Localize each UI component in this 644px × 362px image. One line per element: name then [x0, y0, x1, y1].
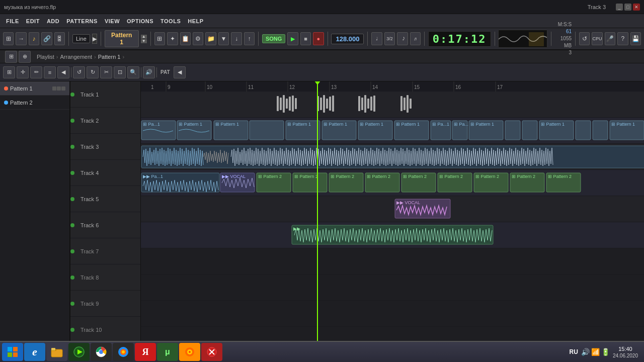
track-row-1[interactable]: [141, 92, 644, 118]
mic-btn[interactable]: 🎤: [605, 32, 615, 45]
pattern-down[interactable]: ▼: [141, 39, 147, 43]
chrome-button[interactable]: [91, 343, 112, 361]
utorrent-button[interactable]: μ: [157, 343, 178, 361]
sep9: [551, 32, 551, 46]
explorer-button[interactable]: [46, 343, 67, 361]
record-btn[interactable]: ●: [313, 32, 324, 45]
st-grid[interactable]: ⊞: [3, 66, 15, 78]
track-green-dot-6: [70, 223, 74, 227]
st-sel[interactable]: ⊡: [114, 66, 126, 78]
wmp-button[interactable]: [68, 343, 90, 361]
mixer-btn[interactable]: 🎛: [54, 32, 65, 45]
start-button[interactable]: [2, 343, 23, 361]
st-list[interactable]: ≡: [44, 66, 56, 78]
menu-tools[interactable]: TOOLS: [157, 17, 184, 25]
cpu-btn[interactable]: CPU: [592, 32, 602, 45]
track-row-9[interactable]: [141, 301, 644, 327]
menu-edit[interactable]: EDIT: [23, 17, 43, 25]
svg-rect-43: [410, 99, 412, 109]
pattern-nav[interactable]: ▲ ▼: [141, 35, 147, 43]
tool1[interactable]: ⊞: [154, 32, 165, 45]
st-redo[interactable]: ↻: [87, 66, 99, 78]
plugin-btn[interactable]: 🔗: [41, 32, 52, 45]
menu-add[interactable]: ADD: [44, 17, 62, 25]
st-vol[interactable]: 🔊: [143, 66, 155, 78]
project-title: музыка из ничего.flp: [4, 4, 588, 10]
breadcrumb-arrangement[interactable]: Arrangement: [60, 54, 93, 60]
track-row-2[interactable]: ⊞ Pa...1 ⊞ Pattern 1 ⊞ Pattern 1 ⊞ Patte…: [141, 118, 644, 144]
tool4[interactable]: ⚙: [193, 32, 203, 45]
st-move[interactable]: ✛: [17, 66, 29, 78]
track-row-3[interactable]: [141, 144, 644, 170]
breadcrumb-playlist[interactable]: Playlist: [37, 54, 54, 60]
svg-text:16: 16: [455, 84, 461, 90]
bc-icon2[interactable]: ⊕: [19, 51, 31, 63]
svg-rect-24: [286, 99, 288, 109]
st-zoom[interactable]: 🔍: [127, 66, 139, 78]
st-cut[interactable]: ✂: [100, 66, 112, 78]
st-nav-left[interactable]: ◀: [174, 66, 186, 78]
yandex-button[interactable]: Я: [135, 343, 156, 361]
pattern-name-2: Pattern 2: [10, 100, 65, 106]
mode-arrow[interactable]: ▶: [92, 34, 97, 44]
track-row-10[interactable]: [141, 327, 644, 341]
piano-btn[interactable]: ♪: [29, 32, 39, 45]
close-btn[interactable]: ✕: [633, 4, 640, 11]
note-btn3[interactable]: 𝅘𝅥𝅯: [397, 32, 408, 45]
p-ctrl1[interactable]: [52, 86, 56, 90]
track-row-4[interactable]: ▶▶ Pa...1 ▶▶ VOCAL: [141, 170, 644, 196]
minimize-btn[interactable]: _: [616, 4, 623, 11]
forward-btn[interactable]: →: [16, 32, 26, 45]
tool2[interactable]: ✦: [167, 32, 178, 45]
track-row-6[interactable]: ▶▶: [141, 222, 644, 248]
tool3[interactable]: 📋: [180, 32, 191, 45]
track-label-3: Track 3: [80, 144, 99, 150]
song-btn[interactable]: SONG: [262, 34, 285, 43]
note-btn2[interactable]: 3/2: [384, 32, 395, 45]
stop-btn[interactable]: ■: [300, 32, 311, 45]
pattern-selector[interactable]: Pattern 1: [105, 30, 139, 47]
st-undo[interactable]: ↺: [73, 66, 85, 78]
timeline-area[interactable]: 1 9 10 11 12 13 14 15: [141, 81, 644, 341]
menu-options[interactable]: OPTIONS: [124, 17, 156, 25]
p-ctrl3[interactable]: [61, 86, 65, 90]
note-btn1[interactable]: ♩: [371, 32, 382, 45]
breadcrumb-pattern1[interactable]: Pattern 1: [98, 54, 121, 60]
maximize-btn[interactable]: □: [624, 4, 631, 11]
track-row-8[interactable]: [141, 275, 644, 301]
battery-icon[interactable]: 🔋: [601, 348, 610, 356]
st-left[interactable]: ◀: [57, 66, 69, 78]
tool5[interactable]: 📁: [205, 32, 216, 45]
help-btn[interactable]: ?: [617, 32, 628, 45]
ie-button[interactable]: e: [24, 343, 45, 361]
bc-icon1[interactable]: ⊞: [5, 51, 17, 63]
tool6[interactable]: ▼: [218, 32, 229, 45]
pattern-item-1[interactable]: Pattern 1: [0, 81, 69, 96]
track-row-5[interactable]: ▶▶ VOCAL: [141, 196, 644, 222]
line-mode[interactable]: Line: [72, 34, 90, 43]
pattern-up[interactable]: ▲: [141, 35, 147, 39]
tool7[interactable]: ↓: [231, 32, 242, 45]
track-green-dot-8: [70, 276, 74, 280]
save-btn[interactable]: 💾: [630, 32, 641, 45]
stop-app-button[interactable]: [201, 343, 222, 361]
bpm-display[interactable]: 128.000: [331, 34, 364, 44]
snap-btn[interactable]: ⊞: [3, 32, 14, 45]
menu-view[interactable]: VIEW: [102, 17, 123, 25]
menu-help[interactable]: HELP: [185, 17, 206, 25]
menu-file[interactable]: FILE: [3, 17, 22, 25]
p-ctrl2[interactable]: [57, 86, 61, 90]
refresh-btn[interactable]: ↺: [579, 32, 590, 45]
st-pencil[interactable]: ✏: [30, 66, 42, 78]
volume-icon[interactable]: 🔊: [581, 348, 590, 356]
pattern-item-2[interactable]: Pattern 2: [0, 96, 69, 110]
firefox-button[interactable]: [113, 343, 134, 361]
note-btn4[interactable]: ♬: [410, 32, 421, 45]
flstudio-button[interactable]: [179, 343, 200, 361]
tool8[interactable]: ↑: [244, 32, 255, 45]
menu-patterns[interactable]: PATTERNS: [63, 17, 101, 25]
play-btn[interactable]: ▶: [287, 32, 298, 45]
svg-rect-32: [329, 97, 331, 111]
track-row-7[interactable]: [141, 248, 644, 275]
network-icon[interactable]: 📶: [591, 348, 600, 356]
